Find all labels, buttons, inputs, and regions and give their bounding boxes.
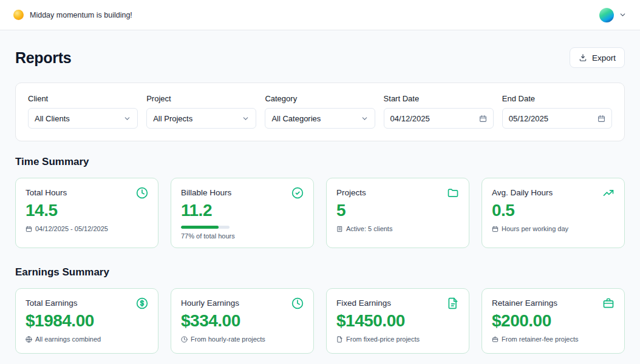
time-summary-cards: Total Hours 14.5 04/12/2025 - 05/12/2025… (15, 178, 625, 248)
trending-up-icon (602, 187, 614, 199)
avg-daily-hours-card: Avg. Daily Hours 0.5 Hours per working d… (482, 178, 625, 248)
earnings-summary-cards: Total Earnings $1984.00 All earnings com… (15, 288, 625, 354)
download-icon (579, 53, 587, 62)
chevron-down-icon (123, 115, 131, 123)
card-value: 14.5 (26, 201, 148, 220)
folder-icon (447, 187, 459, 199)
filter-label-client: Client (28, 94, 138, 103)
filter-client: Client All Clients (28, 94, 138, 129)
dollar-circle-icon (136, 297, 148, 309)
retainer-earnings-card: Retainer Earnings $200.00 From retainer-… (482, 288, 625, 354)
card-title: Fixed Earnings (336, 297, 391, 308)
card-value: 5 (336, 201, 459, 220)
total-hours-card: Total Hours 14.5 04/12/2025 - 05/12/2025 (15, 178, 158, 248)
filter-label-end-date: End Date (502, 94, 612, 103)
card-value: $1450.00 (336, 311, 459, 331)
card-title: Total Earnings (26, 297, 78, 308)
topbar-message-group: Midday momentum is building! (13, 10, 132, 20)
export-label: Export (592, 53, 616, 62)
card-title: Retainer Earnings (492, 297, 557, 308)
calendar-icon (492, 226, 499, 232)
card-value: $1984.00 (26, 311, 148, 331)
card-footer-text: From hourly-rate projects (191, 335, 265, 343)
card-value: $200.00 (492, 311, 614, 331)
card-footer: From fixed-price projects (336, 335, 459, 343)
start-date-value: 04/12/2025 (390, 114, 430, 123)
filter-category: Category All Categories (265, 94, 375, 129)
card-title: Hourly Earnings (181, 297, 239, 308)
hourly-earnings-card: Hourly Earnings $334.00 From hourly-rate… (171, 288, 314, 354)
calendar-icon (26, 226, 32, 232)
clock-icon (291, 297, 304, 309)
card-footer-text: All earnings combined (35, 335, 101, 343)
chevron-down-icon[interactable] (619, 11, 627, 19)
card-footer: Active: 5 clients (336, 225, 459, 232)
client-select[interactable]: All Clients (28, 108, 138, 129)
user-avatar[interactable] (599, 8, 614, 22)
filters-panel: Client All Clients Project All Projects … (15, 83, 625, 141)
projects-card: Projects 5 Active: 5 clients (326, 178, 469, 248)
card-footer: Hours per working day (492, 225, 614, 232)
card-title: Avg. Daily Hours (492, 187, 553, 197)
filter-label-start-date: Start Date (384, 94, 494, 103)
chevron-down-icon (361, 115, 369, 123)
category-select-value: All Categories (271, 114, 321, 123)
filter-end-date: End Date 05/12/2025 (502, 94, 612, 129)
calendar-icon (597, 115, 605, 123)
filter-start-date: Start Date 04/12/2025 (384, 94, 494, 129)
card-footer-text: 04/12/2025 - 05/12/2025 (35, 225, 108, 232)
earnings-summary-heading: Earnings Summary (15, 266, 625, 278)
card-footer: From hourly-rate projects (181, 335, 304, 343)
chevron-down-icon (242, 115, 250, 123)
clock-icon (181, 336, 188, 343)
briefcase-icon (602, 297, 614, 309)
file-text-icon (336, 336, 343, 343)
card-value: 0.5 (492, 201, 614, 220)
category-select[interactable]: All Categories (265, 108, 375, 129)
export-button[interactable]: Export (570, 47, 625, 68)
clock-icon (136, 187, 148, 199)
card-title: Projects (336, 187, 366, 197)
project-select[interactable]: All Projects (146, 108, 256, 129)
total-earnings-card: Total Earnings $1984.00 All earnings com… (15, 288, 158, 354)
page-title: Reports (15, 49, 71, 67)
billable-progress-fill (181, 226, 219, 229)
end-date-input[interactable]: 05/12/2025 (502, 108, 612, 129)
fixed-earnings-card: Fixed Earnings $1450.00 From fixed-price… (326, 288, 469, 354)
time-summary-heading: Time Summary (15, 156, 625, 168)
card-value: 11.2 (181, 201, 304, 220)
card-footer-text: 77% of total hours (181, 232, 304, 240)
topbar: Midday momentum is building! (0, 0, 640, 30)
user-menu[interactable] (599, 8, 627, 22)
reports-page: Reports Export Client All Clients Projec… (0, 30, 640, 364)
filter-label-project: Project (146, 94, 256, 103)
card-footer-text: Active: 5 clients (346, 225, 392, 232)
filter-label-category: Category (265, 94, 375, 103)
project-select-value: All Projects (153, 114, 192, 123)
card-footer: From retainer-fee projects (492, 335, 614, 343)
file-text-icon (447, 297, 459, 309)
card-footer-text: From fixed-price projects (346, 335, 420, 343)
card-footer: 04/12/2025 - 05/12/2025 (26, 225, 148, 232)
page-header: Reports Export (15, 47, 625, 68)
calendar-icon (479, 115, 487, 123)
client-select-value: All Clients (35, 114, 70, 123)
start-date-input[interactable]: 04/12/2025 (384, 108, 494, 129)
card-title: Billable Hours (181, 187, 231, 197)
end-date-value: 05/12/2025 (509, 114, 548, 123)
celebration-emoji-icon (13, 10, 24, 20)
billable-hours-card: Billable Hours 11.2 77% of total hours (171, 178, 314, 248)
card-title: Total Hours (26, 187, 67, 197)
check-circle-icon (291, 187, 304, 199)
briefcase-icon (492, 336, 499, 343)
card-value: $334.00 (181, 311, 304, 331)
card-footer-text: Hours per working day (502, 225, 568, 232)
billable-progress-bar (181, 226, 230, 229)
motivation-message: Midday momentum is building! (30, 11, 132, 19)
filter-project: Project All Projects (146, 94, 256, 129)
globe-icon (26, 336, 32, 343)
card-footer-text: From retainer-fee projects (502, 335, 579, 343)
building-icon (336, 226, 343, 232)
card-footer: All earnings combined (26, 335, 148, 343)
